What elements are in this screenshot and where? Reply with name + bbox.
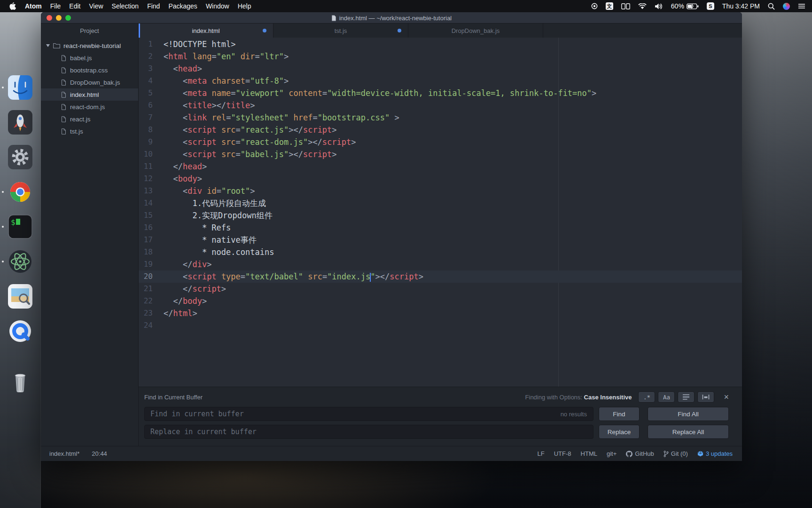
status-git[interactable]: git+	[607, 450, 617, 457]
tab-index.html[interactable]: index.html	[139, 24, 273, 38]
menu-find[interactable]: Find	[143, 2, 164, 10]
tree-item-label: tst.js	[70, 128, 83, 135]
menu-window[interactable]: Window	[202, 2, 234, 10]
status-cursor-position[interactable]: 20:44	[92, 450, 107, 457]
apple-menu[interactable]	[7, 2, 21, 10]
dock: $	[0, 12, 41, 508]
text-editor[interactable]: 1<!DOCTYPE html>2<html lang="en" dir="lt…	[139, 38, 742, 387]
whole-word-option-button[interactable]	[697, 391, 714, 403]
code-line-19[interactable]: 19 </div>	[139, 258, 742, 270]
find-input[interactable]	[144, 407, 593, 421]
code-line-15[interactable]: 15 2.实现Dropdown组件	[139, 209, 742, 222]
record-status-icon[interactable]	[591, 3, 598, 9]
window-titlebar[interactable]: index.html — ~/work/react-newbie-tutoria…	[41, 12, 742, 24]
menubar-menus-group: AtomFileEditViewSelectionFindPackagesWin…	[7, 2, 255, 10]
tree-item-bootstrap.css[interactable]: bootstrap.css	[41, 64, 138, 76]
status-file-name[interactable]: index.html*	[49, 450, 79, 457]
dock-icon-quicktime[interactable]	[8, 319, 32, 343]
code-line-21[interactable]: 21 </script>	[139, 283, 742, 295]
status-updates[interactable]: 3 updates	[697, 450, 733, 457]
status-html[interactable]: HTML	[581, 450, 597, 457]
menu-edit[interactable]: Edit	[65, 2, 85, 10]
dock-icon-system-preferences[interactable]	[8, 145, 32, 169]
code-line-23[interactable]: 23</html>	[139, 307, 742, 319]
dock-icon-chrome[interactable]	[8, 180, 32, 204]
find-all-button[interactable]: Find All	[648, 407, 729, 421]
input-source-icon[interactable]: 文	[606, 2, 613, 10]
display-arrangement-icon[interactable]	[621, 3, 630, 9]
code-line-8[interactable]: 8 <script src="react.js"></script>	[139, 124, 742, 136]
code-line-12[interactable]: 12 <body>	[139, 173, 742, 185]
tree-item-babel.js[interactable]: babel.js	[41, 52, 138, 64]
status-lf[interactable]: LF	[538, 450, 545, 457]
tree-item-react.js[interactable]: react.js	[41, 113, 138, 125]
dock-icon-trash[interactable]	[8, 370, 32, 394]
code-line-5[interactable]: 5 <meta name="viewport" content="width=d…	[139, 87, 742, 99]
line-number: 9	[139, 136, 153, 148]
tab-tst.js[interactable]: tst.js	[273, 24, 408, 38]
code-line-3[interactable]: 3 <head>	[139, 63, 742, 75]
dock-icon-launchpad[interactable]	[8, 110, 32, 135]
volume-icon[interactable]	[655, 3, 663, 9]
regex-option-button[interactable]: .*	[638, 391, 655, 403]
code-line-7[interactable]: 7 <link rel="stylesheet" href="bootstrap…	[139, 111, 742, 124]
spotlight-icon[interactable]	[768, 3, 775, 10]
status-github[interactable]: GitHub	[626, 450, 654, 457]
wifi-icon[interactable]	[638, 3, 647, 9]
code-line-9[interactable]: 9 <script src="react-dom.js"></script>	[139, 136, 742, 148]
code-line-20[interactable]: 20 <script type="text/babel" src="index.…	[139, 270, 742, 283]
case-option-button[interactable]: Aa	[658, 391, 675, 403]
menu-help[interactable]: Help	[234, 2, 256, 10]
code-line-22[interactable]: 22 </body>	[139, 295, 742, 307]
status-utf8[interactable]: UTF-8	[554, 450, 571, 457]
tree-item-tst.js[interactable]: tst.js	[41, 125, 138, 137]
replace-button[interactable]: Replace	[599, 425, 640, 439]
dock-icon-finder[interactable]	[8, 75, 32, 100]
notification-center-icon[interactable]	[798, 3, 805, 9]
menu-selection[interactable]: Selection	[108, 2, 143, 10]
menubar-clock[interactable]: Thu 3:42 PM	[722, 2, 760, 10]
code-line-1[interactable]: 1<!DOCTYPE html>	[139, 38, 742, 50]
menu-packages[interactable]: Packages	[164, 2, 201, 10]
selection-option-button[interactable]	[678, 391, 695, 403]
siri-icon[interactable]	[783, 3, 790, 10]
dock-icon-atom[interactable]	[8, 249, 32, 274]
code-line-10[interactable]: 10 <script src="babel.js"></script>	[139, 148, 742, 160]
code-line-17[interactable]: 17 * native事件	[139, 234, 742, 246]
code-line-6[interactable]: 6 <title></title>	[139, 99, 742, 111]
status-bar: index.html* 20:44 LFUTF-8HTMLgit+ GitHub…	[41, 446, 742, 461]
dock-icon-preview[interactable]	[8, 284, 32, 309]
update-package-icon	[697, 451, 703, 457]
code-line-16[interactable]: 16 * Refs	[139, 222, 742, 234]
status-git-branch[interactable]: Git (0)	[664, 450, 688, 457]
menu-view[interactable]: View	[85, 2, 107, 10]
file-icon	[61, 128, 66, 135]
replace-all-button[interactable]: Replace All	[648, 425, 729, 439]
s-app-status-icon[interactable]: S	[707, 2, 714, 10]
code-line-11[interactable]: 11 </head>	[139, 160, 742, 173]
tree-root-folder[interactable]: react-newbie-tutorial	[41, 40, 138, 52]
tree-item-index.html[interactable]: index.html	[41, 88, 138, 101]
code-line-2[interactable]: 2<html lang="en" dir="ltr">	[139, 50, 742, 63]
line-number: 20	[139, 270, 153, 283]
code-line-14[interactable]: 14 1.代码片段自动生成	[139, 197, 742, 209]
dock-icon-terminal[interactable]: $	[8, 214, 32, 239]
tab-DropDown_bak.js[interactable]: DropDown_bak.js	[408, 24, 543, 38]
menu-atom[interactable]: Atom	[21, 2, 46, 10]
code-line-4[interactable]: 4 <meta charset="utf-8">	[139, 75, 742, 87]
find-button[interactable]: Find	[599, 407, 640, 421]
file-icon	[61, 67, 66, 73]
close-icon[interactable]: ×	[724, 393, 729, 401]
line-number: 4	[139, 75, 153, 87]
line-number: 23	[139, 307, 153, 319]
apple-icon	[9, 2, 16, 10]
tree-item-DropDown_bak.js[interactable]: DropDown_bak.js	[41, 76, 138, 88]
menu-file[interactable]: File	[46, 2, 65, 10]
code-line-13[interactable]: 13 <div id="root">	[139, 185, 742, 197]
code-line-18[interactable]: 18 * node.contains	[139, 246, 742, 258]
code-line-24[interactable]: 24	[139, 319, 742, 332]
replace-input[interactable]	[144, 425, 593, 439]
line-number: 2	[139, 50, 153, 63]
tree-item-react-dom.js[interactable]: react-dom.js	[41, 101, 138, 113]
battery-status[interactable]: 60%	[671, 2, 699, 10]
